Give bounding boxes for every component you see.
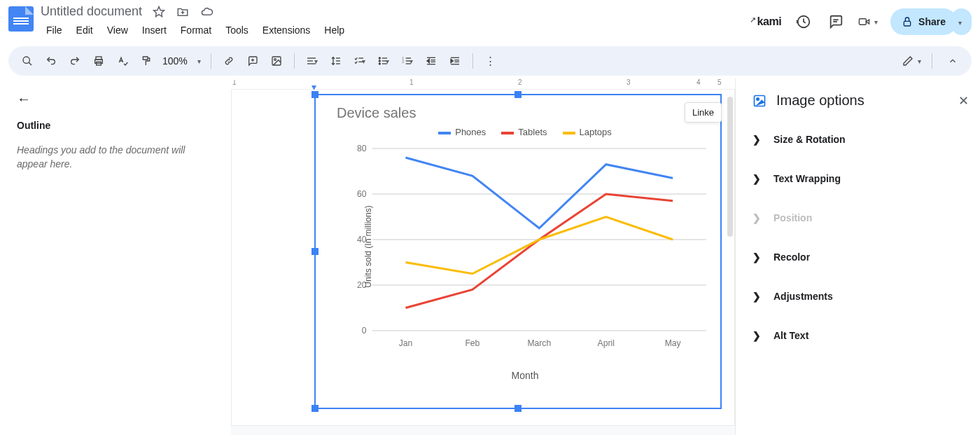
paint-format-button[interactable] (136, 50, 157, 71)
lock-icon (902, 16, 913, 27)
separator (211, 53, 211, 69)
separator (472, 53, 473, 69)
scrollbar[interactable] (727, 97, 733, 237)
chevron-down-icon: ▾ (918, 57, 921, 65)
svg-point-25 (379, 63, 381, 64)
numbered-list-button[interactable]: 12▾ (397, 50, 418, 71)
ruler-mark: 3 (626, 78, 631, 86)
menu-help[interactable]: Help (318, 22, 350, 39)
separator (932, 53, 932, 69)
menu-insert[interactable]: Insert (136, 22, 172, 39)
chevron-down-icon: ▾ (958, 19, 962, 27)
back-arrow-icon[interactable]: ← (17, 91, 31, 107)
svg-text:Feb: Feb (465, 338, 479, 348)
sidebar-item-label: Position (774, 212, 812, 223)
menu-format[interactable]: Format (175, 22, 217, 39)
more-tools-button[interactable]: ⋮ (480, 50, 501, 71)
video-call-icon[interactable]: ▾ (858, 12, 878, 32)
line-spacing-button[interactable] (326, 50, 346, 71)
menu-tools[interactable]: Tools (220, 22, 254, 39)
menu-edit[interactable]: Edit (71, 22, 99, 39)
sidebar-item-alt-text[interactable]: ❯Alt Text (736, 316, 980, 355)
zoom-select[interactable]: 100%▾ (160, 55, 204, 67)
increase-indent-button[interactable] (444, 50, 465, 71)
toolbar: 100%▾ ▾ ▾ ▾ 12▾ ⋮ ▾ (8, 46, 972, 76)
history-icon[interactable] (794, 12, 813, 32)
chart-title: Device sales (337, 105, 713, 121)
checklist-button[interactable]: ▾ (349, 50, 370, 71)
move-folder-icon[interactable] (176, 5, 190, 19)
chevron-right-icon: ❯ (752, 173, 761, 184)
comments-icon[interactable] (826, 12, 846, 32)
chart-ylabel: Units sold (In millions) (363, 205, 373, 287)
ruler-mark: 4 (696, 78, 701, 86)
doc-title[interactable]: Untitled document (41, 4, 142, 19)
print-button[interactable] (88, 50, 109, 71)
share-label: Share (918, 16, 946, 27)
search-icon[interactable] (17, 50, 38, 71)
svg-point-14 (274, 59, 276, 61)
svg-text:2: 2 (402, 60, 405, 64)
svg-marker-0 (154, 6, 164, 16)
sidebar-item-label: Text Wrapping (774, 173, 841, 184)
kami-extension[interactable]: ↗kami (750, 15, 781, 28)
legend-item: Phones (438, 127, 486, 137)
add-comment-button[interactable] (242, 50, 263, 71)
sidebar-item-adjustments[interactable]: ❯Adjustments (736, 277, 980, 316)
chevron-down-icon: ▾ (362, 57, 365, 65)
svg-line-7 (29, 62, 31, 65)
chevron-down-icon: ▾ (197, 57, 201, 65)
redo-button[interactable] (64, 50, 85, 71)
sidebar-item-position: ❯Position (736, 198, 980, 237)
align-button[interactable]: ▾ (302, 50, 323, 71)
spellcheck-button[interactable] (112, 50, 133, 71)
menu-view[interactable]: View (102, 22, 134, 39)
svg-point-6 (23, 57, 29, 63)
star-icon[interactable] (152, 5, 166, 19)
svg-text:60: 60 (357, 189, 367, 199)
legend-item: Tablets (501, 127, 547, 137)
svg-marker-38 (427, 59, 429, 62)
chevron-right-icon: ❯ (752, 212, 761, 223)
undo-button[interactable] (41, 50, 62, 71)
svg-text:March: March (527, 338, 551, 348)
menu-extensions[interactable]: Extensions (257, 22, 316, 39)
svg-point-23 (379, 57, 381, 59)
svg-point-24 (379, 60, 381, 62)
chevron-down-icon: ▾ (410, 57, 413, 65)
decrease-indent-button[interactable] (421, 50, 442, 71)
docs-logo[interactable] (8, 6, 34, 32)
share-dropdown[interactable]: ▾ (951, 8, 972, 35)
ruler-mark: 1 (232, 78, 237, 86)
document-page[interactable]: Linke Device sales PhonesTabletsLaptops … (231, 90, 735, 426)
sidebar-title: Image options (776, 92, 948, 109)
sidebar-item-recolor[interactable]: ❯Recolor (736, 237, 980, 277)
menu-bar: File Edit View Insert Format Tools Exten… (41, 22, 750, 39)
chevron-right-icon: ❯ (752, 251, 761, 263)
selected-chart[interactable]: Linke Device sales PhonesTabletsLaptops … (314, 94, 722, 409)
share-button[interactable]: Share (890, 8, 957, 35)
menu-file[interactable]: File (41, 22, 68, 39)
chart: Device sales PhonesTabletsLaptops Units … (316, 95, 720, 408)
legend-item: Laptops (563, 127, 612, 137)
image-options-sidebar: Image options ✕ ❯Size & Rotation❯Text Wr… (735, 78, 980, 435)
bullet-list-button[interactable]: ▾ (373, 50, 394, 71)
separator (294, 53, 295, 69)
collapse-toolbar-button[interactable] (942, 50, 963, 71)
close-icon[interactable]: ✕ (958, 93, 969, 109)
chevron-down-icon: ▾ (386, 57, 389, 65)
insert-link-button[interactable] (218, 50, 239, 71)
ruler[interactable]: 1 ▾ 1 2 3 4 5 (231, 78, 735, 90)
zoom-value: 100% (162, 55, 188, 67)
document-area[interactable]: 1 ▾ 1 2 3 4 5 Linke Device sales PhonesT… (231, 78, 735, 435)
editing-mode-button[interactable]: ▾ (901, 50, 922, 71)
insert-image-button[interactable] (266, 50, 287, 71)
sidebar-item-size-rotation[interactable]: ❯Size & Rotation (736, 120, 980, 159)
chart-xlabel: Month (337, 370, 713, 381)
cloud-status-icon[interactable] (200, 5, 214, 19)
chevron-right-icon: ❯ (752, 291, 761, 302)
sidebar-item-label: Alt Text (774, 330, 808, 341)
outline-panel: ← Outline Headings you add to the docume… (0, 78, 231, 435)
svg-text:80: 80 (357, 144, 367, 153)
sidebar-item-text-wrapping[interactable]: ❯Text Wrapping (736, 159, 980, 198)
